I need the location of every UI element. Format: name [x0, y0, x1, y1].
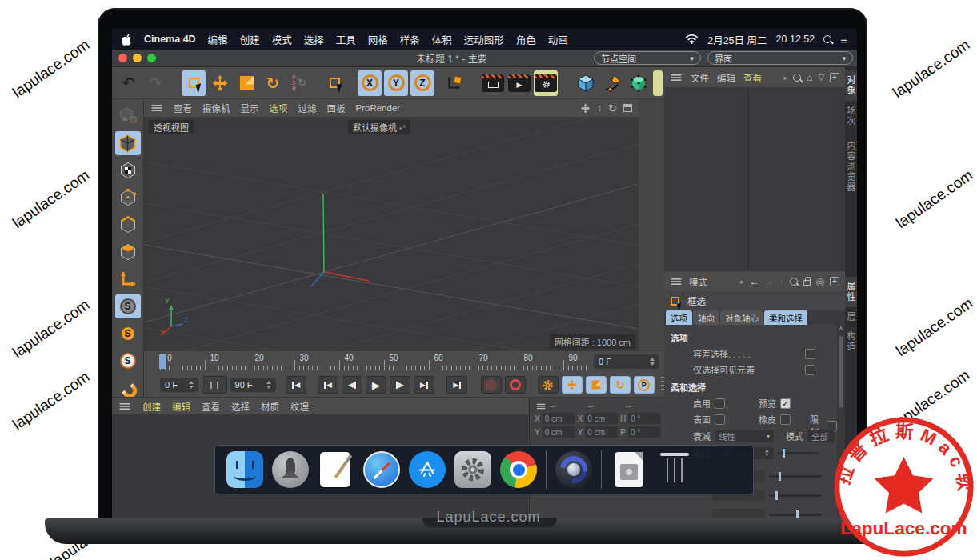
next-frame-button[interactable]: ▶: [390, 376, 410, 394]
menubar-item[interactable]: 动画: [548, 32, 568, 47]
layout-dropdown[interactable]: 界面▾: [707, 51, 853, 65]
coord-field[interactable]: 0 cm: [543, 413, 575, 424]
viewport-pan-icon[interactable]: [580, 103, 591, 114]
viewport-menu-item[interactable]: 摄像机: [202, 102, 230, 114]
close-button[interactable]: [118, 54, 127, 62]
app-menu[interactable]: Cinema 4D: [144, 34, 196, 45]
dock-settings-icon[interactable]: [454, 451, 491, 488]
edges-mode-button[interactable]: [115, 213, 141, 237]
goto-start-button[interactable]: ◀: [286, 376, 306, 394]
object-menu-item[interactable]: 编辑: [717, 71, 735, 84]
viewport-menu-item-active[interactable]: 选项: [270, 102, 288, 114]
material-menu-icon[interactable]: [120, 403, 130, 410]
target-icon[interactable]: ◎: [816, 276, 824, 287]
menubar-item[interactable]: 选择: [304, 32, 324, 47]
current-frame-field[interactable]: 0 F: [594, 354, 659, 369]
home-icon[interactable]: ⌂: [807, 72, 812, 83]
coord-menu-icon[interactable]: [537, 403, 545, 409]
attribute-menu-icon[interactable]: [671, 278, 682, 285]
menubar-item[interactable]: 网格: [368, 32, 388, 47]
viewport-menu-item[interactable]: 显示: [241, 102, 259, 114]
dock-trash-icon[interactable]: [656, 451, 693, 488]
viewport[interactable]: 透视视图 默认摄像机 •° 网格间距 : 1000 cm Y Z X: [144, 117, 639, 350]
radius-slider[interactable]: [778, 452, 819, 454]
coord-field[interactable]: 0 cm: [585, 413, 618, 424]
key-scale-toggle[interactable]: [586, 376, 607, 394]
prev-key-button[interactable]: ◀: [318, 376, 338, 394]
viewport-menu-item[interactable]: ProRender: [356, 103, 401, 113]
menubar-item[interactable]: 模式: [272, 32, 292, 47]
texture-mode-button[interactable]: [115, 158, 141, 182]
dock-finder-icon[interactable]: [226, 451, 263, 488]
goto-end-button[interactable]: ▶: [446, 376, 467, 394]
viewport-menu-icon[interactable]: [152, 105, 162, 111]
undo-button[interactable]: ↶: [117, 70, 141, 96]
spinner-icon[interactable]: [645, 358, 655, 366]
range-end-field[interactable]: 90 F: [230, 378, 277, 392]
tab-soft-selection[interactable]: 柔和选择: [764, 310, 807, 325]
active-tool-row[interactable]: 框选: [664, 291, 845, 310]
scale-tool[interactable]: [234, 70, 258, 96]
keyframe-selection-button[interactable]: [538, 376, 559, 394]
coord-field[interactable]: 0 cm: [543, 426, 575, 438]
material-menu-item[interactable]: 查看: [202, 400, 220, 413]
menubar-item[interactable]: 工具: [336, 32, 356, 47]
dock-textedit-icon[interactable]: [318, 451, 354, 488]
control-center-icon[interactable]: ≡: [840, 33, 847, 46]
rotate-tool[interactable]: ↻: [261, 70, 285, 96]
menubar-item[interactable]: 角色: [516, 32, 536, 47]
redo-button[interactable]: ↷: [143, 70, 167, 96]
lock-y-axis-button[interactable]: Y: [384, 70, 408, 96]
render-settings-button[interactable]: [534, 70, 558, 96]
viewport-toggle-icon[interactable]: [623, 104, 632, 112]
side-tab-layers[interactable]: 层: [845, 312, 857, 322]
object-menu-item[interactable]: 文件: [691, 71, 709, 84]
menubar-item[interactable]: 样条: [400, 32, 420, 47]
dock-cinema4d-icon[interactable]: [555, 451, 592, 488]
menubar-item[interactable]: 创建: [240, 32, 260, 47]
viewport-menu-item[interactable]: 面板: [327, 102, 346, 114]
material-menu-item[interactable]: 选择: [231, 400, 250, 413]
make-editable-button[interactable]: [115, 104, 141, 128]
object-menu-item-active[interactable]: 查看: [743, 71, 762, 84]
prev-frame-button[interactable]: ◀: [342, 376, 362, 394]
material-menu-item[interactable]: 纹理: [290, 400, 309, 413]
coord-field[interactable]: 0 cm: [585, 426, 618, 438]
minimize-button[interactable]: [133, 54, 142, 62]
viewport-solo-hierarchy-button[interactable]: S: [115, 349, 141, 373]
surface-checkbox[interactable]: [715, 414, 725, 425]
next-key-button[interactable]: ▶: [414, 376, 434, 394]
dock-appstore-icon[interactable]: [409, 451, 446, 488]
polygons-mode-button[interactable]: [115, 240, 141, 264]
dock-safari-icon[interactable]: [363, 451, 400, 488]
key-rotation-toggle[interactable]: ↻: [610, 376, 631, 394]
material-menu-item-active[interactable]: 编辑: [172, 400, 190, 413]
move-tool[interactable]: [208, 70, 232, 96]
forward-icon[interactable]: →: [764, 277, 774, 286]
menubar-item[interactable]: 编辑: [208, 32, 228, 47]
side-tab-objects[interactable]: 对象: [845, 70, 857, 101]
object-menu-icon[interactable]: [671, 74, 682, 81]
filter-icon[interactable]: ▽: [818, 73, 824, 82]
preview-checkbox[interactable]: [780, 398, 791, 409]
enable-checkbox[interactable]: [715, 398, 725, 409]
scroll-up-icon[interactable]: ∧: [839, 325, 843, 332]
maximize-button[interactable]: [147, 54, 156, 62]
up-icon[interactable]: ↑: [779, 277, 784, 286]
dim-slider[interactable]: [769, 475, 822, 478]
attribute-search-icon[interactable]: [790, 278, 798, 286]
add-icon[interactable]: +: [830, 277, 839, 286]
menubar-clock[interactable]: 20 12 52: [776, 34, 815, 45]
viewport-solo-single-button[interactable]: S: [115, 322, 141, 346]
object-search-icon[interactable]: [793, 74, 801, 82]
viewport-menu-item[interactable]: 查看: [174, 102, 192, 114]
material-menu-item[interactable]: 材质: [261, 400, 279, 413]
lock-z-axis-button[interactable]: Z: [410, 70, 434, 96]
tab-axis[interactable]: 轴向: [693, 310, 719, 325]
object-list[interactable]: [664, 88, 845, 270]
camera-label[interactable]: 默认摄像机 •°: [348, 120, 410, 134]
viewport-menu-item[interactable]: 过滤: [298, 102, 317, 114]
side-tab-takes[interactable]: 场次: [845, 106, 857, 126]
render-view-button[interactable]: [481, 70, 505, 96]
key-parameter-toggle[interactable]: P: [634, 376, 655, 394]
